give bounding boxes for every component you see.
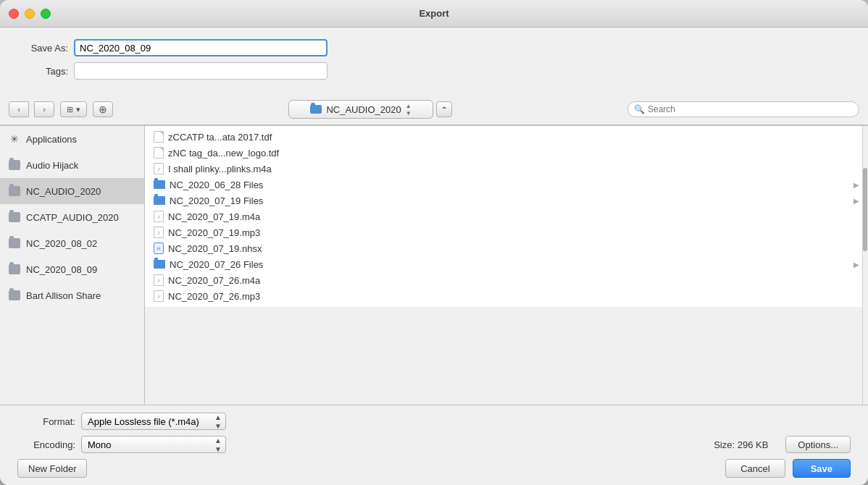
right-buttons: Cancel Save — [725, 459, 851, 478]
file-list: zCCATP ta...ata 2017.tdf zNC tag_da...ne… — [145, 126, 868, 307]
file-name: NC_2020_07_19.m4a — [168, 211, 260, 222]
sidebar-item-nc-2020-08-09[interactable]: NC_2020_08_09 — [0, 256, 144, 282]
view-button[interactable]: ⊞ ▾ — [60, 101, 87, 117]
cancel-button[interactable]: Cancel — [725, 459, 785, 478]
main-content: ✳ Applications Audio Hijack NC_AUDIO_202… — [0, 125, 868, 405]
sidebar-item-nc-2020-08-02[interactable]: NC_2020_08_02 — [0, 230, 144, 256]
encoding-label: Encoding: — [17, 439, 75, 450]
view-grid-icon: ⊞ — [67, 105, 73, 114]
file-name: NC_2020_07_19.nhsx — [168, 243, 262, 254]
folder-icon — [154, 196, 165, 205]
list-item[interactable]: zCCATP ta...ata 2017.tdf — [145, 129, 868, 145]
titlebar: Export — [0, 0, 868, 28]
forward-icon: › — [43, 105, 46, 114]
folder-icon-nc-2020-08-09 — [9, 263, 20, 275]
tags-label: Tags: — [17, 66, 68, 77]
search-box: 🔍 — [627, 101, 859, 117]
file-name: NC_2020_07_26.mp3 — [168, 291, 260, 302]
options-button[interactable]: Options... — [785, 436, 851, 453]
new-folder-toolbar-button[interactable]: ⊕ — [93, 101, 113, 117]
list-item[interactable]: ♪ I shall plinky...plinks.m4a — [145, 161, 868, 177]
audio-icon: ♪ — [154, 274, 164, 286]
encoding-select-wrapper: Mono ▲ ▼ — [81, 436, 226, 453]
sidebar-item-applications[interactable]: ✳ Applications — [0, 126, 144, 152]
sidebar-label-applications: Applications — [26, 134, 77, 145]
file-name: I shall plinky...plinks.m4a — [168, 164, 272, 174]
encoding-select[interactable]: Mono — [81, 436, 226, 453]
list-item[interactable]: zNC tag_da...new_logo.tdf — [145, 145, 868, 161]
save-as-input[interactable] — [74, 39, 327, 56]
sidebar-item-ccatp-audio-2020[interactable]: CCATP_AUDIO_2020 — [0, 204, 144, 230]
scrollbar-track[interactable] — [862, 126, 868, 405]
expand-icon: ⌃ — [441, 106, 447, 114]
tags-input[interactable] — [74, 62, 327, 80]
save-button[interactable]: Save — [793, 459, 851, 478]
list-item[interactable]: NC_2020_06_28 Files ▶ — [145, 177, 868, 193]
search-input[interactable] — [648, 104, 853, 114]
file-name: zCCATP ta...ata 2017.tdf — [168, 132, 272, 143]
back-icon: ‹ — [17, 105, 20, 114]
encoding-row: Encoding: Mono ▲ ▼ Size: 296 KB Options.… — [17, 436, 851, 453]
sidebar-label-ccatp-audio-2020: CCATP_AUDIO_2020 — [26, 212, 119, 223]
list-item[interactable]: ♪ NC_2020_07_19.m4a — [145, 208, 868, 224]
file-name: zNC tag_da...new_logo.tdf — [168, 148, 279, 159]
toolbar: ‹ › ⊞ ▾ ⊕ NC_AUDIO_2020 ▲ ▼ ⌃ — [0, 94, 868, 125]
sidebar-item-nc-audio-2020[interactable]: NC_AUDIO_2020 — [0, 178, 144, 204]
expand-button[interactable]: ⌃ — [436, 101, 452, 117]
folder-add-icon: ⊕ — [99, 104, 107, 115]
audio-icon: ♪ — [154, 163, 164, 174]
location-bar: NC_AUDIO_2020 ▲ ▼ ⌃ — [119, 100, 622, 119]
export-dialog: Export Save As: Tags: ‹ › ⊞ ▾ ⊕ NC_ — [0, 0, 868, 485]
list-item[interactable]: NC_2020_07_26 Files ▶ — [145, 256, 868, 272]
action-row: New Folder Cancel Save — [17, 459, 851, 478]
tags-row: Tags: — [17, 62, 851, 80]
folder-icon-nc-2020-08-02 — [9, 237, 20, 249]
nhsx-icon: H — [154, 242, 164, 254]
close-button[interactable] — [9, 9, 19, 19]
chevron-right-icon: ▶ — [854, 197, 859, 205]
back-button[interactable]: ‹ — [9, 101, 29, 117]
folder-icon-ccatp-audio-2020 — [9, 211, 20, 223]
folder-icon-audio-hijack — [9, 159, 20, 171]
format-select[interactable]: Apple Lossless file (*.m4a) — [81, 413, 226, 430]
size-display: Size: 296 KB — [714, 439, 768, 450]
list-item[interactable]: NC_2020_07_19 Files ▶ — [145, 193, 868, 208]
window-title: Export — [419, 8, 448, 19]
scrollbar-thumb — [863, 168, 867, 252]
titlebar-buttons — [9, 9, 51, 19]
file-name: NC_2020_07_26.m4a — [168, 275, 260, 286]
minimize-button[interactable] — [25, 9, 35, 19]
location-dropdown[interactable]: NC_AUDIO_2020 ▲ ▼ — [288, 100, 433, 119]
file-name: NC_2020_07_19.mp3 — [168, 227, 260, 238]
sidebar-label-nc-2020-08-02: NC_2020_08_02 — [26, 238, 97, 249]
folder-icon-bart-allison-share — [9, 290, 20, 301]
location-arrows-icon: ▲ ▼ — [406, 103, 412, 117]
sidebar: ✳ Applications Audio Hijack NC_AUDIO_202… — [0, 126, 145, 405]
bottom-area: Format: Apple Lossless file (*.m4a) ▲ ▼ … — [0, 405, 868, 485]
sidebar-item-audio-hijack[interactable]: Audio Hijack — [0, 152, 144, 178]
list-item[interactable]: H NC_2020_07_19.nhsx — [145, 240, 868, 256]
sidebar-label-nc-2020-08-09: NC_2020_08_09 — [26, 264, 97, 275]
file-list-area: zCCATP ta...ata 2017.tdf zNC tag_da...ne… — [145, 126, 868, 405]
folder-icon — [154, 180, 165, 189]
document-icon — [154, 131, 164, 143]
list-item[interactable]: ♪ NC_2020_07_26.mp3 — [145, 288, 868, 304]
apps-icon: ✳ — [9, 133, 20, 145]
list-item[interactable]: ♪ NC_2020_07_19.mp3 — [145, 224, 868, 240]
new-folder-button[interactable]: New Folder — [17, 459, 87, 478]
file-list-inner: zCCATP ta...ata 2017.tdf zNC tag_da...ne… — [145, 126, 868, 307]
search-icon: 🔍 — [634, 104, 645, 114]
folder-icon — [154, 260, 165, 269]
chevron-right-icon: ▶ — [854, 181, 859, 189]
audio-icon: ♪ — [154, 290, 164, 302]
document-icon — [154, 147, 164, 159]
forward-button[interactable]: › — [34, 101, 54, 117]
sidebar-item-bart-allison-share[interactable]: Bart Allison Share — [0, 282, 144, 308]
maximize-button[interactable] — [41, 9, 51, 19]
format-label: Format: — [17, 416, 75, 427]
list-item[interactable]: ♪ NC_2020_07_26.m4a — [145, 272, 868, 288]
file-name: NC_2020_07_26 Files — [170, 259, 263, 270]
format-select-wrapper: Apple Lossless file (*.m4a) ▲ ▼ — [81, 413, 226, 430]
audio-icon: ♪ — [154, 227, 164, 238]
location-text: NC_AUDIO_2020 — [326, 104, 401, 115]
